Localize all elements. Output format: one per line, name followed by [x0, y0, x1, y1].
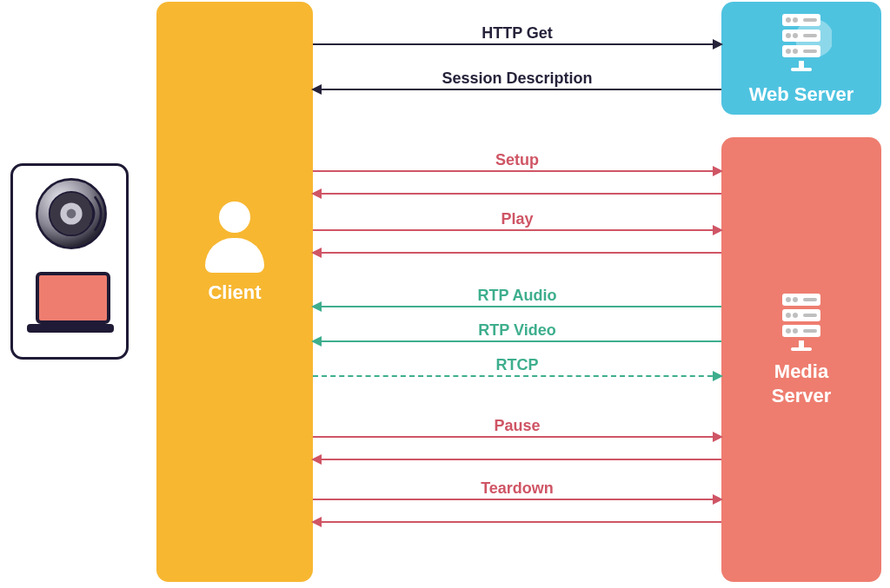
arrow-label: RTCP [313, 356, 721, 374]
user-devices-panel [10, 163, 129, 360]
rtsp-sequence-diagram: Client Web Server Media Server [0, 0, 890, 588]
arrow-label: Pause [313, 417, 721, 435]
arrowhead-icon [713, 432, 723, 442]
arrowhead-icon [713, 166, 723, 176]
arrow-rtcp: RTCP [313, 375, 721, 377]
arrow-label: Setup [313, 151, 721, 169]
arrow-label: Teardown [313, 479, 721, 498]
arrow-teardown-response [313, 521, 721, 523]
arrow-rtp-audio: RTP Audio [313, 306, 721, 307]
media-server-label-line1: Media [774, 360, 828, 382]
media-server-label: Media Server [721, 360, 881, 407]
person-icon [205, 238, 264, 273]
arrowhead-icon [713, 39, 723, 50]
client-node: Client [156, 2, 313, 582]
arrow-label: RTP Audio [313, 287, 721, 305]
arrow-label: HTTP Get [313, 24, 721, 43]
client-label: Client [156, 281, 313, 304]
arrow-setup-response [313, 193, 721, 195]
arrowhead-icon [713, 225, 723, 235]
arrowhead-icon [311, 301, 322, 312]
arrow-pause: Pause [313, 436, 721, 438]
arrow-teardown: Teardown [313, 499, 721, 500]
arrow-pause-response [313, 459, 721, 460]
arrowhead-icon [311, 336, 322, 347]
arrow-http-get: HTTP Get [313, 43, 721, 45]
speaker-icon [32, 175, 110, 256]
media-server-label-line2: Server [772, 385, 832, 406]
arrowhead-icon [311, 188, 322, 199]
arrow-session-description: Session Description [313, 89, 721, 90]
arrowhead-icon [311, 248, 322, 258]
web-server-label: Web Server [721, 83, 881, 106]
arrowhead-icon [311, 517, 322, 527]
arrow-play: Play [313, 229, 721, 231]
person-icon [219, 202, 250, 233]
arrowhead-icon [713, 371, 723, 381]
media-server-node: Media Server [721, 137, 881, 582]
arrow-label: Session Description [313, 69, 721, 88]
arrow-label: RTP Video [313, 321, 721, 340]
web-server-node: Web Server [721, 2, 881, 115]
server-icon [782, 14, 820, 71]
arrow-label: Play [313, 210, 721, 228]
arrowhead-icon [311, 454, 322, 465]
server-icon [782, 294, 820, 351]
arrow-setup: Setup [313, 170, 721, 172]
arrowhead-icon [311, 84, 322, 95]
arrow-rtp-video: RTP Video [313, 340, 721, 342]
svg-point-3 [67, 209, 76, 219]
arrowhead-icon [713, 494, 723, 505]
arrow-play-response [313, 252, 721, 254]
